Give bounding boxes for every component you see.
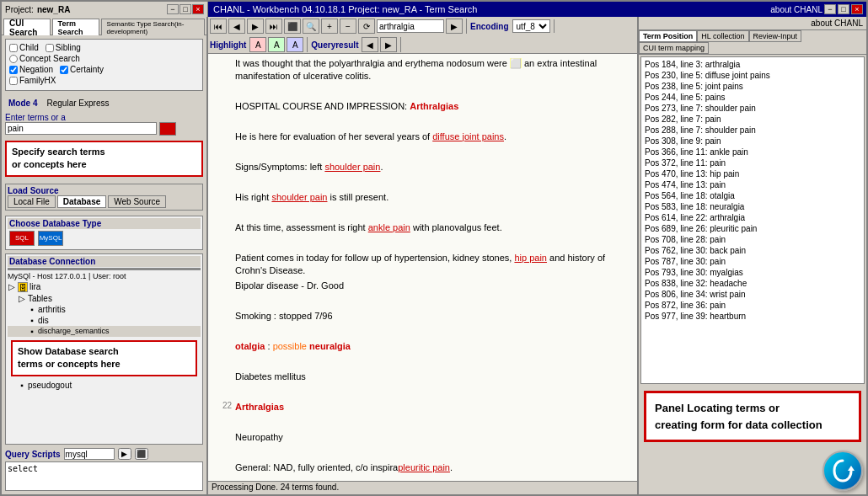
pos-item-13[interactable]: Pos 583, line 18: neuralgia bbox=[643, 201, 862, 212]
search-execute-btn[interactable]: ▶ bbox=[446, 19, 463, 34]
mysql-btn[interactable]: MySQL bbox=[38, 231, 63, 246]
tab-cui-mapping[interactable]: CUI term mapping bbox=[639, 42, 709, 54]
pos-item-8[interactable]: Pos 366, line 11: ankle pain bbox=[643, 147, 862, 157]
callout1-title: Specify search terms bbox=[12, 146, 196, 158]
chanl-logo-svg bbox=[829, 457, 856, 484]
logo-area bbox=[639, 447, 866, 494]
nav-next-btn[interactable]: ▶ bbox=[247, 19, 264, 34]
pos-item-2[interactable]: Pos 238, line 5: joint pains bbox=[643, 81, 862, 92]
query-input[interactable] bbox=[64, 448, 115, 460]
pos-item-10[interactable]: Pos 470, line 13: hip pain bbox=[643, 168, 862, 179]
line-blank6 bbox=[215, 237, 630, 250]
tab-semantic-search[interactable]: Semantic Type Search(in-development) bbox=[101, 19, 205, 35]
pos-item-23[interactable]: Pos 977, line 39: heartburn bbox=[643, 311, 862, 322]
web-source-tab[interactable]: Web Source bbox=[108, 195, 166, 208]
tab-review-input[interactable]: Review-Input bbox=[749, 30, 802, 42]
search-btn[interactable]: 🔍 bbox=[303, 19, 319, 34]
certainty-option[interactable]: Certainty bbox=[60, 65, 104, 74]
text-content: It was thought that the polyarthralgia a… bbox=[208, 54, 637, 481]
pos-item-7[interactable]: Pos 308, line 9: pain bbox=[643, 136, 862, 147]
line-hip: Patient comes in today for follow up of … bbox=[215, 252, 630, 278]
dis-tree-item[interactable]: ▪ dis bbox=[8, 315, 201, 326]
pos-item-18[interactable]: Pos 787, line 30: pain bbox=[643, 256, 862, 267]
pos-item-5[interactable]: Pos 282, line 7: pain bbox=[643, 114, 862, 125]
pos-item-17[interactable]: Pos 762, line 30: back pain bbox=[643, 245, 862, 256]
child-checkbox[interactable] bbox=[9, 44, 18, 52]
pos-item-15[interactable]: Pos 689, line 26: pleuritic pain bbox=[643, 223, 862, 234]
pos-item-12[interactable]: Pos 564, line 18: otalgia bbox=[643, 190, 862, 201]
sql-server-btn[interactable]: SQL bbox=[9, 231, 35, 246]
negation-option[interactable]: Negation bbox=[9, 65, 53, 74]
pos-item-19[interactable]: Pos 793, line 30: myalgias bbox=[643, 267, 862, 278]
query-run-btn[interactable]: ▶ bbox=[118, 448, 131, 460]
local-file-tab[interactable]: Local File bbox=[8, 195, 56, 208]
query-scripts-section: Query Scripts ▶ ⬛ select bbox=[5, 448, 203, 493]
terms-input[interactable] bbox=[5, 122, 157, 135]
main-window: Project: new_RA − □ × CHANL - Workbench … bbox=[0, 0, 868, 496]
highlight-btn1[interactable]: A bbox=[249, 37, 266, 52]
lira-tree-item[interactable]: ▷ 🗄 lira bbox=[8, 281, 201, 293]
pos-item-16[interactable]: Pos 708, line 28: pain bbox=[643, 234, 862, 245]
line-blank2 bbox=[215, 115, 630, 129]
pos-item-0[interactable]: Pos 184, line 3: arthralgia bbox=[643, 59, 862, 70]
qr-btn2[interactable]: ▶ bbox=[380, 37, 397, 52]
zoom-in-btn[interactable]: + bbox=[321, 19, 338, 34]
pos-item-11[interactable]: Pos 474, line 13: pain bbox=[643, 179, 862, 190]
highlight-btn3[interactable]: A bbox=[287, 37, 303, 52]
nav-first-btn[interactable]: ⏮ bbox=[210, 19, 227, 34]
pseudogout-tree-item[interactable]: ▪ pseudogout bbox=[8, 380, 201, 391]
child-option[interactable]: Child bbox=[9, 43, 39, 52]
encoding-select[interactable]: utf_8 bbox=[512, 19, 550, 33]
pos-item-21[interactable]: Pos 806, line 34: wrist pain bbox=[643, 289, 862, 300]
tab-term-position[interactable]: Term Position bbox=[639, 30, 697, 42]
negation-checkbox[interactable] bbox=[9, 66, 18, 74]
certainty-checkbox[interactable] bbox=[60, 66, 68, 74]
line-blank8 bbox=[215, 325, 630, 339]
search-term-input[interactable] bbox=[377, 19, 444, 33]
query-stop-btn[interactable]: ⬛ bbox=[135, 448, 148, 460]
db-type-section: Choose Database Type SQL MySQL bbox=[5, 216, 203, 250]
tab-term-search[interactable]: Term Search bbox=[52, 19, 99, 35]
pos-item-22[interactable]: Pos 872, line 36: pain bbox=[643, 300, 862, 311]
callout2-text: terms or concepts here bbox=[18, 358, 190, 371]
tab-hl-collection[interactable]: HL collection bbox=[697, 30, 748, 42]
regular-express-label: Regular Express bbox=[47, 99, 110, 108]
tables-tree-item[interactable]: ▷ Tables bbox=[8, 293, 201, 304]
qr-btn1[interactable]: ◀ bbox=[362, 37, 378, 52]
db-host-info: MySQl - Host 127.0.0.1 | User: root bbox=[8, 271, 201, 281]
maximize-btn[interactable]: □ bbox=[179, 4, 191, 14]
win-min-btn[interactable]: − bbox=[824, 4, 836, 14]
stop-btn[interactable]: ⬛ bbox=[284, 19, 301, 34]
pos-item-20[interactable]: Pos 838, line 32: headache bbox=[643, 278, 862, 289]
pos-item-4[interactable]: Pos 273, line 7: shoulder pain bbox=[643, 103, 862, 114]
win-close-btn[interactable]: × bbox=[851, 4, 863, 14]
about-bar: about CHANL bbox=[639, 17, 866, 30]
minimize-btn[interactable]: − bbox=[167, 4, 179, 14]
tab-cui-search[interactable]: CUI Search bbox=[3, 19, 51, 35]
pos-item-14[interactable]: Pos 614, line 22: arthralgia bbox=[643, 212, 862, 223]
nav-last-btn[interactable]: ⏭ bbox=[265, 19, 282, 34]
refresh-btn[interactable]: ⟳ bbox=[358, 19, 375, 34]
arthritis-tree-item[interactable]: ▪ arthritis bbox=[8, 304, 201, 315]
concept-radio[interactable] bbox=[9, 55, 18, 63]
database-tab[interactable]: Database bbox=[57, 195, 106, 208]
sibling-checkbox[interactable] bbox=[46, 44, 54, 52]
callout2-title: Show Database search bbox=[18, 345, 190, 358]
familyhx-checkbox[interactable] bbox=[9, 77, 18, 85]
win-max-btn[interactable]: □ bbox=[838, 4, 849, 14]
familyhx-option[interactable]: FamilyHX bbox=[9, 76, 56, 85]
sibling-option[interactable]: Sibling bbox=[46, 43, 81, 52]
zoom-out-btn[interactable]: − bbox=[340, 19, 356, 34]
pos-item-1[interactable]: Pos 230, line 5: diffuse joint pains bbox=[643, 70, 862, 81]
pos-item-9[interactable]: Pos 372, line 11: pain bbox=[643, 157, 862, 168]
close-btn[interactable]: × bbox=[192, 4, 204, 14]
line-ankle: At this time, assessment is right ankle … bbox=[215, 221, 630, 235]
pos-item-6[interactable]: Pos 288, line 7: shoulder pain bbox=[643, 125, 862, 136]
nav-prev-btn[interactable]: ◀ bbox=[228, 19, 245, 34]
pos-item-3[interactable]: Pos 244, line 5: pains bbox=[643, 92, 862, 103]
discharge-tree-item[interactable]: ▪ discharge_semantics bbox=[8, 326, 201, 337]
line-blank5 bbox=[215, 206, 630, 220]
query-textarea[interactable]: select bbox=[5, 461, 203, 491]
highlight-btn2[interactable]: A bbox=[268, 37, 285, 52]
concept-search-option[interactable]: Concept Search bbox=[9, 54, 80, 63]
